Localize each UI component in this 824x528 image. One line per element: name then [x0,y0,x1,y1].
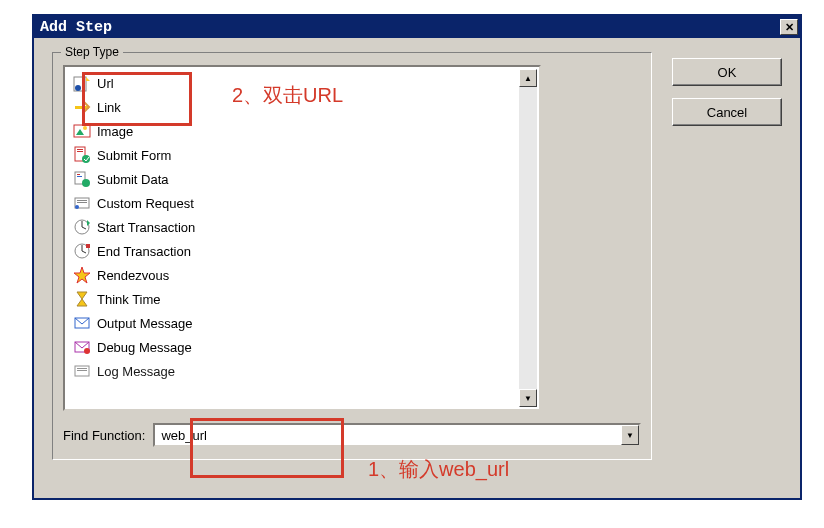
list-item-label: Custom Request [97,196,194,211]
list-item-url[interactable]: Url [67,71,537,95]
ok-button[interactable]: OK [672,58,782,86]
step-type-listbox[interactable]: Url Link [63,65,541,411]
list-item-label: Output Message [97,316,192,331]
scroll-down-button[interactable]: ▼ [519,389,537,407]
list-item-submit-form[interactable]: Submit Form [67,143,537,167]
list-item-label: Submit Data [97,172,169,187]
svg-rect-17 [77,202,87,203]
svg-point-14 [82,179,90,187]
list-item-label: Rendezvous [97,268,169,283]
svg-marker-24 [77,292,87,306]
list-item-start-transaction[interactable]: Start Transaction [67,215,537,239]
close-button[interactable]: ✕ [780,19,798,35]
list-item-think-time[interactable]: Think Time [67,287,537,311]
list-item-image[interactable]: Image [67,119,537,143]
svg-point-2 [75,85,81,91]
left-panel: Step Type Url [52,52,652,460]
list-item-custom-request[interactable]: Custom Request [67,191,537,215]
log-message-icon [73,362,91,380]
svg-rect-13 [77,176,82,177]
image-icon [73,122,91,140]
dropdown-button[interactable]: ▼ [621,425,639,445]
step-type-fieldset: Step Type Url [52,52,652,460]
list-item-rendezvous[interactable]: Rendezvous [67,263,537,287]
list-item-label: Submit Form [97,148,171,163]
list-item-debug-message[interactable]: Debug Message [67,335,537,359]
list-item-submit-data[interactable]: Submit Data [67,167,537,191]
svg-rect-22 [86,244,90,248]
list-item-output-message[interactable]: Output Message [67,311,537,335]
cancel-button[interactable]: Cancel [672,98,782,126]
debug-message-icon [73,338,91,356]
link-icon [73,98,91,116]
list-item-end-transaction[interactable]: End Transaction [67,239,537,263]
svg-point-10 [82,155,90,163]
find-function-input[interactable] [155,425,621,445]
list-item-label: Link [97,100,121,115]
right-panel: OK Cancel [672,52,782,460]
submit-data-icon [73,170,91,188]
start-transaction-icon [73,218,91,236]
list-item-log-message[interactable]: Log Message [67,359,537,383]
svg-rect-29 [77,368,87,369]
svg-rect-4 [74,125,90,137]
output-message-icon [73,314,91,332]
svg-point-6 [83,126,87,130]
find-function-combobox[interactable]: ▼ [153,423,641,447]
svg-marker-23 [74,267,90,283]
dialog-body: Step Type Url [34,38,800,474]
list-item-label: Think Time [97,292,161,307]
end-transaction-icon [73,242,91,260]
list-item-label: Log Message [97,364,175,379]
scroll-track[interactable] [519,87,537,389]
list-item-label: End Transaction [97,244,191,259]
list-item-label: Debug Message [97,340,192,355]
submit-form-icon [73,146,91,164]
dialog-title: Add Step [40,19,112,36]
svg-rect-16 [77,200,87,201]
scroll-up-button[interactable]: ▲ [519,69,537,87]
list-item-label: Start Transaction [97,220,195,235]
find-function-label: Find Function: [63,428,145,443]
svg-rect-12 [77,174,80,175]
rendezvous-icon [73,266,91,284]
think-time-icon [73,290,91,308]
add-step-dialog: Add Step ✕ Step Type Url [32,14,802,500]
list-item-link[interactable]: Link [67,95,537,119]
svg-point-27 [84,348,90,354]
scrollbar-vertical[interactable]: ▲ ▼ [519,69,537,407]
svg-rect-8 [77,149,83,150]
fieldset-legend: Step Type [61,45,123,59]
url-icon [73,74,91,92]
listbox-content: Url Link [65,67,539,387]
svg-rect-30 [77,370,87,371]
svg-rect-9 [77,151,83,152]
svg-point-18 [75,205,79,209]
custom-request-icon [73,194,91,212]
find-function-row: Find Function: ▼ [63,423,641,447]
list-item-label: Image [97,124,133,139]
titlebar: Add Step ✕ [34,16,800,38]
svg-marker-1 [86,77,90,81]
list-item-label: Url [97,76,114,91]
